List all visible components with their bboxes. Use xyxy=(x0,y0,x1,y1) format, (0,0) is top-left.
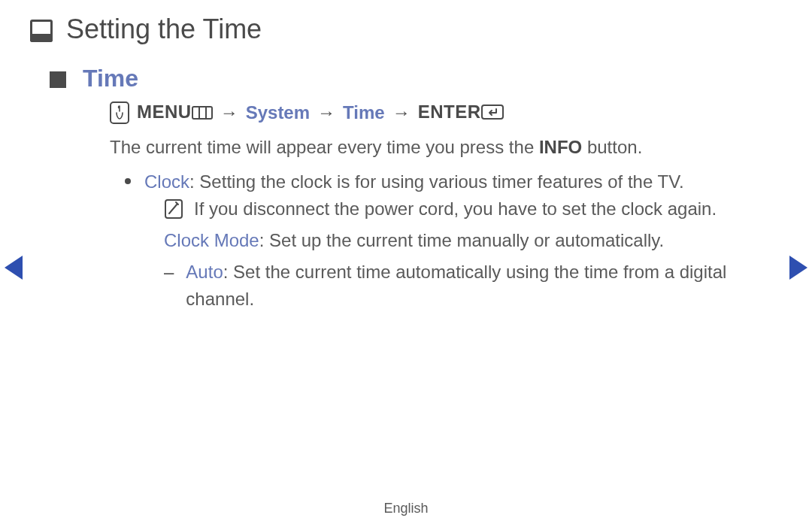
arrow-icon: → xyxy=(220,102,238,123)
square-bullet-icon xyxy=(50,71,66,88)
manual-page: Setting the Time Time MENU → System → Ti… xyxy=(0,0,812,530)
clock-line: Clock: Setting the clock is for using va… xyxy=(144,168,779,195)
menu-glyph-icon xyxy=(192,103,213,124)
term-clock: Clock xyxy=(144,171,189,192)
prev-page-button[interactable] xyxy=(5,256,23,280)
enter-glyph-icon xyxy=(481,103,504,124)
triangle-right-icon xyxy=(789,256,807,280)
arrow-icon: → xyxy=(392,102,411,123)
intro-text: The current time will appear every time … xyxy=(110,135,771,161)
arrow-icon: → xyxy=(317,102,335,123)
note-icon xyxy=(164,198,183,220)
term-clock-mode: Clock Mode xyxy=(164,230,259,250)
menu-label: MENU xyxy=(137,101,213,124)
triangle-left-icon xyxy=(5,256,23,280)
hand-icon xyxy=(110,101,129,124)
path-time: Time xyxy=(343,102,385,123)
next-page-button[interactable] xyxy=(789,256,807,280)
bullet-dot-icon xyxy=(125,178,131,184)
note-row: If you disconnect the power cord, you ha… xyxy=(164,195,779,223)
clock-mode-line: Clock Mode: Set up the current time manu… xyxy=(164,227,779,254)
svg-rect-1 xyxy=(192,107,212,119)
enter-label: ENTER xyxy=(418,101,504,124)
section-heading: Time xyxy=(83,65,138,92)
path-system: System xyxy=(246,102,310,123)
term-auto: Auto xyxy=(186,262,223,282)
info-button-label: INFO xyxy=(539,137,582,157)
navigation-path: MENU → System → Time → ENTER xyxy=(110,101,782,124)
chapter-title-row: Setting the Time xyxy=(30,14,782,45)
bullet-list: Clock: Setting the clock is for using va… xyxy=(125,168,779,313)
chapter-icon xyxy=(30,20,53,42)
footer-language: English xyxy=(0,501,812,516)
svg-rect-0 xyxy=(111,102,129,123)
section-heading-row: Time xyxy=(50,65,782,92)
note-text: If you disconnect the power cord, you ha… xyxy=(194,195,717,223)
list-item: Clock: Setting the clock is for using va… xyxy=(125,168,779,313)
chapter-title: Setting the Time xyxy=(66,14,262,45)
sub-list-item: – Auto: Set the current time automatical… xyxy=(164,259,779,313)
dash-icon: – xyxy=(164,259,174,313)
